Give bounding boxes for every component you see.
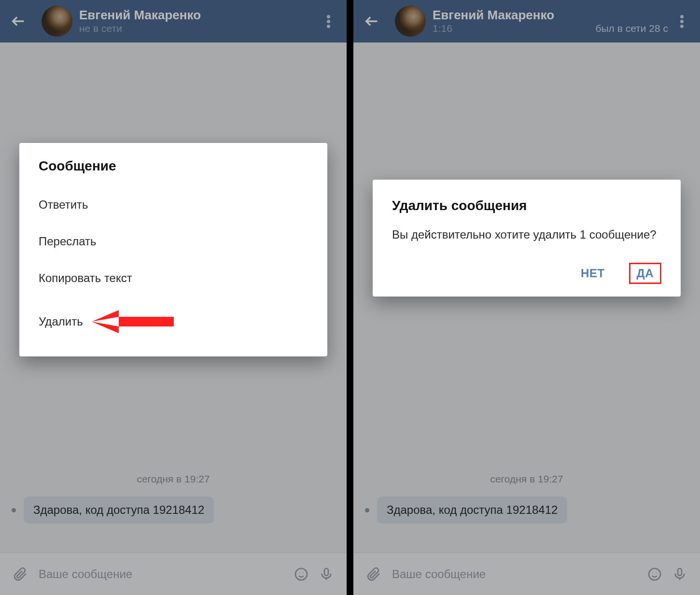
action-forward-label: Переслать bbox=[39, 235, 97, 248]
confirm-delete-dialog: Удалить сообщения Вы действительно хотит… bbox=[373, 180, 681, 297]
action-reply[interactable]: Ответить bbox=[39, 186, 308, 223]
dialog-title: Сообщение bbox=[39, 158, 308, 174]
svg-rect-5 bbox=[119, 317, 174, 326]
message-actions-dialog: Сообщение Ответить Переслать Копировать … bbox=[19, 143, 327, 356]
annotation-arrow-icon bbox=[92, 308, 174, 335]
svg-marker-4 bbox=[92, 310, 119, 322]
no-button[interactable]: НЕТ bbox=[573, 263, 613, 284]
action-copy[interactable]: Копировать текст bbox=[39, 260, 308, 297]
screen-left: Евгений Макаренко не в сети сегодня в 19… bbox=[0, 0, 347, 595]
svg-marker-6 bbox=[92, 322, 119, 333]
action-copy-label: Копировать текст bbox=[39, 271, 132, 285]
action-delete-label: Удалить bbox=[39, 315, 83, 328]
dialog-actions: НЕТ ДА bbox=[392, 263, 661, 284]
dialog-title: Удалить сообщения bbox=[392, 198, 661, 213]
yes-button[interactable]: ДА bbox=[629, 263, 661, 284]
action-reply-label: Ответить bbox=[39, 198, 88, 212]
dialog-message: Вы действительно хотите удалить 1 сообще… bbox=[392, 227, 661, 242]
screen-right: Евгений Макаренко 1:16 был в сети 28 с с… bbox=[347, 0, 700, 595]
action-delete[interactable]: Удалить bbox=[39, 297, 308, 349]
action-forward[interactable]: Переслать bbox=[39, 223, 308, 260]
modal-overlay[interactable] bbox=[353, 0, 700, 595]
